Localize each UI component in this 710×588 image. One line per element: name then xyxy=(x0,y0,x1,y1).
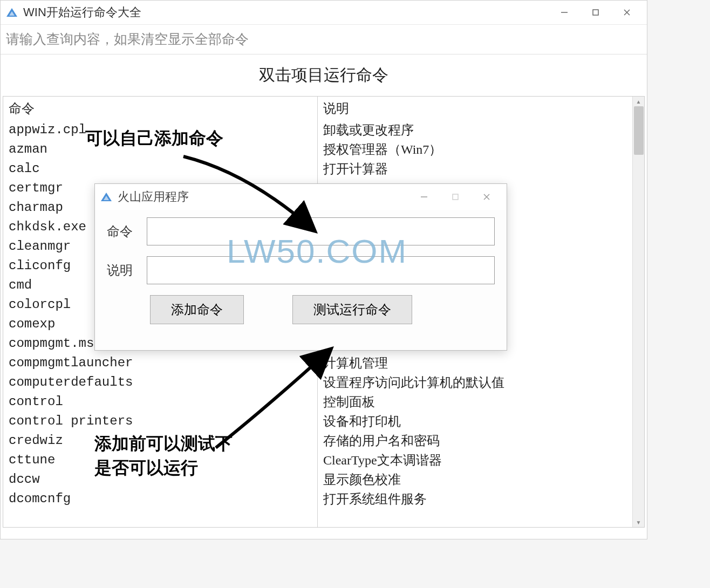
dialog-app-icon xyxy=(99,190,113,204)
maximize-icon xyxy=(592,9,599,16)
table-row-cmd[interactable]: cttune xyxy=(3,450,317,470)
instruction-text: 双击项目运行命令 xyxy=(1,54,647,96)
scroll-down-icon[interactable]: ▼ xyxy=(633,517,644,527)
table-row-desc[interactable]: 控制面板 xyxy=(318,392,632,412)
maximize-button[interactable] xyxy=(580,1,611,25)
description-input[interactable] xyxy=(147,256,495,284)
main-title: WIN开始运行命令大全 xyxy=(23,4,549,20)
table-row-desc[interactable]: 打开计算器 xyxy=(318,159,632,179)
table-row-desc[interactable]: 卸载或更改程序 xyxy=(318,120,632,140)
table-row-desc[interactable]: ClearType文本调谐器 xyxy=(318,450,632,470)
command-field-row: 命令 xyxy=(107,217,495,245)
add-command-dialog: 火山应用程序 命令 说明 添加命令 测试运行命令 xyxy=(94,183,507,351)
table-row-desc[interactable]: 打开系统组件服务 xyxy=(318,489,632,509)
scroll-up-icon[interactable]: ▲ xyxy=(633,97,644,106)
table-row-desc[interactable]: 计算机管理 xyxy=(318,353,632,373)
scroll-thumb[interactable] xyxy=(634,106,644,155)
dialog-minimize-button[interactable] xyxy=(408,185,440,209)
window-controls xyxy=(549,1,643,25)
search-input[interactable] xyxy=(6,32,641,47)
dialog-body: 命令 说明 添加命令 测试运行命令 xyxy=(95,210,507,332)
minimize-icon xyxy=(420,193,428,201)
scrollbar[interactable]: ▲ ▼ xyxy=(632,97,644,527)
dialog-titlebar: 火山应用程序 xyxy=(95,184,507,210)
table-row-cmd[interactable]: appwiz.cpl xyxy=(3,120,317,140)
maximize-icon xyxy=(452,193,459,201)
minimize-button[interactable] xyxy=(549,1,580,25)
minimize-icon xyxy=(561,9,568,16)
svg-rect-5 xyxy=(453,194,458,200)
table-row-cmd[interactable]: control printers xyxy=(3,412,317,431)
dialog-window-controls xyxy=(408,185,502,209)
table-row-desc[interactable]: 设置程序访问此计算机的默认值 xyxy=(318,373,632,392)
table-row-cmd[interactable]: dcomcnfg xyxy=(3,489,317,509)
app-icon xyxy=(5,5,19,19)
close-icon xyxy=(623,9,631,16)
svg-rect-1 xyxy=(593,10,598,15)
table-row-desc[interactable]: 设备和打印机 xyxy=(318,412,632,431)
table-row-cmd[interactable]: dccw xyxy=(3,470,317,489)
table-row-cmd[interactable]: azman xyxy=(3,140,317,159)
main-titlebar: WIN开始运行命令大全 xyxy=(1,1,647,25)
table-row-cmd[interactable]: calc xyxy=(3,159,317,179)
dialog-close-button[interactable] xyxy=(471,185,502,209)
test-run-button[interactable]: 测试运行命令 xyxy=(292,295,412,324)
command-input[interactable] xyxy=(147,217,495,245)
table-row-cmd[interactable]: compmgmtlauncher xyxy=(3,353,317,373)
add-command-button[interactable]: 添加命令 xyxy=(150,295,244,324)
command-column-header: 命令 xyxy=(3,97,317,120)
close-icon xyxy=(483,193,490,201)
description-field-row: 说明 xyxy=(107,256,495,284)
description-label: 说明 xyxy=(107,262,139,279)
dialog-title: 火山应用程序 xyxy=(118,189,408,205)
dialog-button-row: 添加命令 测试运行命令 xyxy=(107,295,495,324)
table-row-desc[interactable]: 存储的用户名和密码 xyxy=(318,431,632,450)
table-row-cmd[interactable]: control xyxy=(3,392,317,412)
dialog-maximize-button[interactable] xyxy=(440,185,471,209)
table-row-desc[interactable]: 显示颜色校准 xyxy=(318,470,632,489)
command-label: 命令 xyxy=(107,223,139,240)
search-bar xyxy=(1,25,647,54)
table-row-cmd[interactable]: computerdefaults xyxy=(3,373,317,392)
table-row-desc[interactable]: 授权管理器（Win7） xyxy=(318,140,632,159)
description-column-header: 说明 xyxy=(318,97,632,120)
table-row-cmd[interactable]: credwiz xyxy=(3,431,317,450)
close-button[interactable] xyxy=(611,1,643,25)
